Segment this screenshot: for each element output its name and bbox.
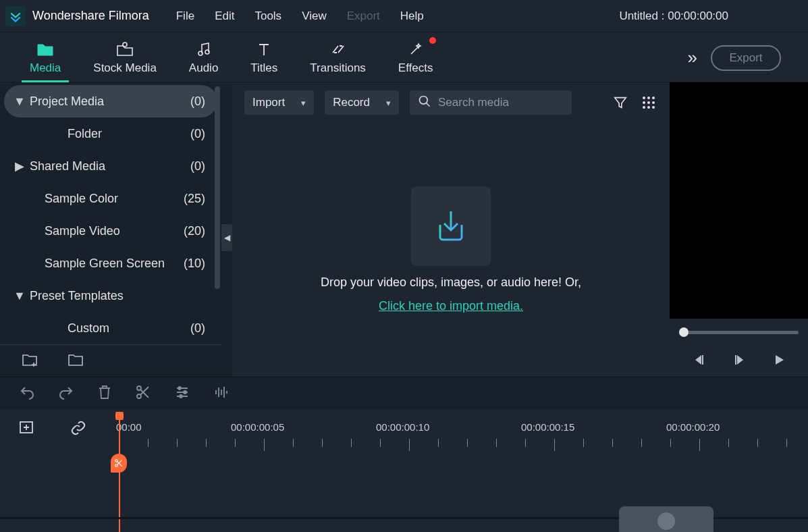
tree-label: Sample Color <box>45 192 184 206</box>
split-button[interactable] <box>135 384 151 403</box>
preview-viewport <box>670 82 808 319</box>
search-media-box[interactable] <box>410 90 572 115</box>
tab-effects[interactable]: Effects <box>382 36 450 82</box>
menu-help[interactable]: Help <box>400 9 424 23</box>
expand-tabs-button[interactable]: » <box>674 47 711 82</box>
chevron-down-icon: ▼ <box>14 95 26 109</box>
ruler-tick <box>554 439 555 451</box>
prev-frame-button[interactable] <box>693 354 705 369</box>
ruler-tick-label: 00:00:00:20 <box>666 421 720 433</box>
filter-button[interactable] <box>612 95 629 110</box>
ruler-tick <box>786 439 787 447</box>
tree-footer <box>0 344 221 377</box>
transitions-icon <box>330 40 346 59</box>
tree-item-folder[interactable]: Folder (0) <box>4 117 217 150</box>
ruler-tick <box>757 439 758 447</box>
search-media-input[interactable] <box>438 96 564 109</box>
folder-button[interactable] <box>68 353 84 369</box>
svg-point-17 <box>178 387 181 390</box>
tree-scrollbar[interactable] <box>215 86 220 289</box>
tree-item-sample-video[interactable]: Sample Video (20) <box>4 215 217 247</box>
tree-item-sample-color[interactable]: Sample Color (25) <box>4 182 217 215</box>
tab-bar: Media Stock Media Audio Titles Transitio… <box>0 32 808 82</box>
tab-label: Audio <box>189 61 218 75</box>
tab-media[interactable]: Media <box>14 36 77 82</box>
tree-item-shared-media[interactable]: ▶ Shared Media (0) <box>4 150 217 182</box>
tree-label: Custom <box>68 321 190 336</box>
preview-seek-bar[interactable] <box>670 319 808 346</box>
music-note-icon <box>196 40 212 59</box>
ruler-tick-label: 00:00:00:05 <box>231 421 284 433</box>
ruler-tick <box>438 439 439 447</box>
ruler-tick <box>583 439 584 447</box>
timeline-playhead[interactable] <box>119 412 120 532</box>
svg-point-5 <box>647 97 650 99</box>
grid-view-button[interactable] <box>640 96 657 109</box>
new-folder-button[interactable] <box>22 353 38 369</box>
tree-item-project-media[interactable]: ▼ Project Media (0) <box>4 85 217 117</box>
play-button[interactable] <box>773 354 785 369</box>
adjust-button[interactable] <box>174 385 190 402</box>
link-button[interactable] <box>70 420 86 439</box>
preview-controls <box>670 346 808 377</box>
timeline-toolbar <box>0 377 808 409</box>
ruler-tick <box>264 439 265 451</box>
media-toolbar: Import ▾ Record ▾ <box>232 82 670 123</box>
next-frame-button[interactable] <box>733 354 745 369</box>
redo-button[interactable] <box>58 385 74 402</box>
tree-item-preset-templates[interactable]: ▼ Preset Templates <box>4 280 217 312</box>
import-icon <box>411 186 491 266</box>
scissors-icon <box>111 454 127 473</box>
tab-label: Stock Media <box>93 61 157 75</box>
record-label: Record <box>333 96 370 109</box>
slider-thumb[interactable] <box>679 327 689 337</box>
menu-bar: Wondershare Filmora File Edit Tools View… <box>0 0 808 32</box>
menu-tools[interactable]: Tools <box>254 9 281 23</box>
ruler-tick <box>322 439 323 447</box>
undo-button[interactable] <box>19 385 35 402</box>
tree-count: (0) <box>190 95 205 109</box>
svg-point-6 <box>652 97 655 99</box>
magic-wand-icon <box>408 40 424 59</box>
tree-label: Shared Media <box>30 159 190 174</box>
search-icon <box>418 95 431 111</box>
export-button-label: Export <box>729 51 762 65</box>
clip-thumbnail[interactable] <box>619 506 713 532</box>
tree-count: (25) <box>184 192 205 206</box>
menu-export: Export <box>347 9 380 23</box>
tab-label: Titles <box>250 61 277 75</box>
import-media-link[interactable]: Click here to import media. <box>379 299 523 313</box>
import-dropdown[interactable]: Import ▾ <box>244 90 314 115</box>
tree-label: Sample Video <box>45 224 184 238</box>
ruler-tick <box>351 439 352 447</box>
ruler-tick-label: 00:00:00:15 <box>521 421 574 433</box>
audio-mixer-button[interactable] <box>213 385 230 402</box>
ruler-tick <box>409 439 410 451</box>
tab-titles[interactable]: Titles <box>234 36 294 82</box>
svg-point-9 <box>652 101 655 104</box>
menu-file[interactable]: File <box>176 9 194 23</box>
tree-item-sample-green-screen[interactable]: Sample Green Screen (10) <box>4 247 217 280</box>
tree-item-custom[interactable]: Custom (0) <box>4 312 217 344</box>
timeline-ruler[interactable]: 00:00 00:00:00:05 00:00:00:10 00:00:00:1… <box>119 416 808 450</box>
menu-view[interactable]: View <box>302 9 327 23</box>
tree-label: Preset Templates <box>30 289 205 303</box>
menu-edit[interactable]: Edit <box>215 9 234 23</box>
tab-audio[interactable]: Audio <box>173 36 234 82</box>
media-panel: Import ▾ Record ▾ <box>232 82 670 377</box>
add-track-button[interactable] <box>19 420 35 439</box>
ruler-tick <box>612 439 613 447</box>
panel-collapse-handle[interactable]: ◀ <box>221 82 232 377</box>
record-dropdown[interactable]: Record ▾ <box>325 90 399 115</box>
ruler-tick <box>641 439 642 447</box>
tab-stock-media[interactable]: Stock Media <box>77 36 173 82</box>
tab-transitions[interactable]: Transitions <box>294 36 382 82</box>
delete-button[interactable] <box>97 384 112 403</box>
ruler-tick <box>699 439 700 451</box>
tab-label: Media <box>30 61 61 75</box>
media-drop-zone[interactable]: Drop your video clips, images, or audio … <box>232 123 670 377</box>
ruler-tick <box>293 439 294 447</box>
export-button[interactable]: Export <box>711 45 781 71</box>
timeline-panel[interactable]: 00:00 00:00:00:05 00:00:00:10 00:00:00:1… <box>0 409 808 532</box>
tree-label: Sample Green Screen <box>45 257 184 271</box>
